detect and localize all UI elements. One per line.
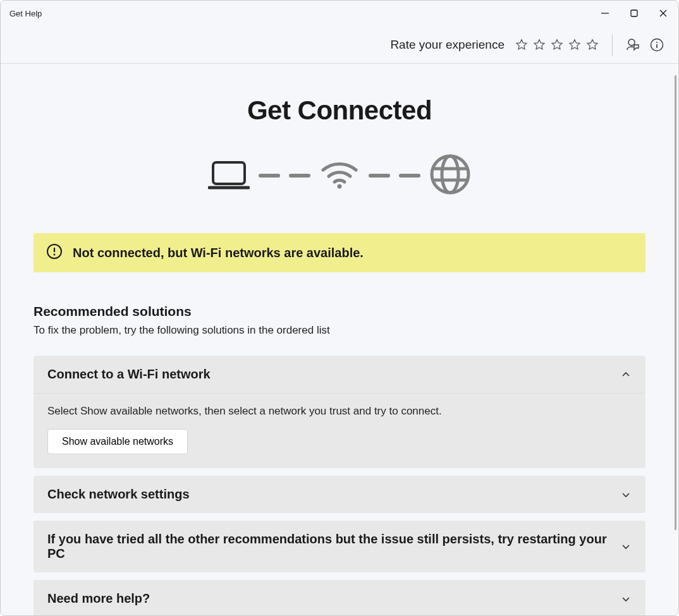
content-scroll[interactable]: Get Connected Not bbox=[1, 64, 678, 615]
toolbar: Rate your experience bbox=[1, 26, 678, 64]
toolbar-divider bbox=[612, 34, 613, 56]
solution-title: Connect to a Wi-Fi network bbox=[47, 367, 211, 382]
connection-diagram bbox=[34, 154, 645, 198]
banner-text: Not connected, but Wi-Fi networks are av… bbox=[73, 246, 364, 260]
status-banner: Not connected, but Wi-Fi networks are av… bbox=[34, 233, 645, 272]
solution-header[interactable]: Connect to a Wi-Fi network bbox=[34, 356, 645, 393]
recommended-title: Recommended solutions bbox=[34, 304, 645, 319]
star-1-icon[interactable] bbox=[515, 38, 529, 52]
solution-panel: Check network settings bbox=[34, 476, 645, 513]
rating-stars bbox=[515, 38, 599, 52]
dash-icon bbox=[259, 174, 280, 178]
solution-title: Check network settings bbox=[47, 487, 190, 502]
close-button[interactable] bbox=[657, 7, 670, 20]
chevron-down-icon bbox=[620, 489, 632, 500]
scrollbar-thumb[interactable] bbox=[675, 75, 676, 530]
solution-body-text: Select Show available networks, then sel… bbox=[47, 405, 632, 418]
svg-rect-7 bbox=[213, 162, 245, 184]
svg-point-10 bbox=[432, 156, 468, 193]
svg-rect-1 bbox=[631, 10, 637, 16]
warning-icon bbox=[46, 243, 63, 262]
svg-point-9 bbox=[338, 184, 342, 189]
globe-icon bbox=[429, 154, 471, 198]
dash-icon bbox=[369, 174, 390, 178]
star-3-icon[interactable] bbox=[550, 38, 564, 52]
solution-title: If you have tried all the other recommen… bbox=[47, 532, 620, 561]
chevron-down-icon bbox=[620, 541, 632, 552]
app-window: Get Help Rate your experience bbox=[0, 0, 679, 616]
content: Get Connected Not bbox=[1, 64, 678, 615]
wifi-icon bbox=[319, 159, 360, 193]
page-title: Get Connected bbox=[34, 95, 645, 126]
dash-icon bbox=[289, 174, 310, 178]
maximize-button[interactable] bbox=[628, 7, 640, 20]
star-2-icon[interactable] bbox=[532, 38, 546, 52]
solution-panel: If you have tried all the other recommen… bbox=[34, 521, 645, 572]
recommended-subtitle: To fix the problem, try the following so… bbox=[34, 324, 645, 337]
solution-panel: Connect to a Wi-Fi network Select Show a… bbox=[34, 356, 645, 468]
minimize-button[interactable] bbox=[599, 7, 611, 20]
laptop-icon bbox=[208, 159, 250, 193]
dash-icon bbox=[399, 174, 420, 178]
solution-header[interactable]: If you have tried all the other recommen… bbox=[34, 521, 645, 572]
svg-point-11 bbox=[442, 156, 458, 193]
chevron-up-icon bbox=[620, 369, 632, 380]
show-networks-button[interactable]: Show available networks bbox=[47, 429, 188, 454]
info-icon[interactable] bbox=[649, 37, 664, 52]
solution-panel: Need more help? bbox=[34, 580, 645, 615]
solution-title: Need more help? bbox=[47, 591, 150, 606]
star-4-icon[interactable] bbox=[568, 38, 582, 52]
chevron-down-icon bbox=[620, 593, 632, 605]
solution-body: Select Show available networks, then sel… bbox=[34, 393, 645, 468]
feedback-icon[interactable] bbox=[625, 37, 640, 52]
svg-point-5 bbox=[656, 42, 658, 43]
solution-header[interactable]: Need more help? bbox=[34, 580, 645, 615]
window-controls bbox=[599, 7, 670, 20]
window-title: Get Help bbox=[9, 9, 42, 18]
svg-point-16 bbox=[54, 254, 56, 256]
rate-label: Rate your experience bbox=[390, 38, 505, 52]
solution-header[interactable]: Check network settings bbox=[34, 476, 645, 513]
titlebar: Get Help bbox=[1, 1, 678, 26]
star-5-icon[interactable] bbox=[585, 38, 599, 52]
